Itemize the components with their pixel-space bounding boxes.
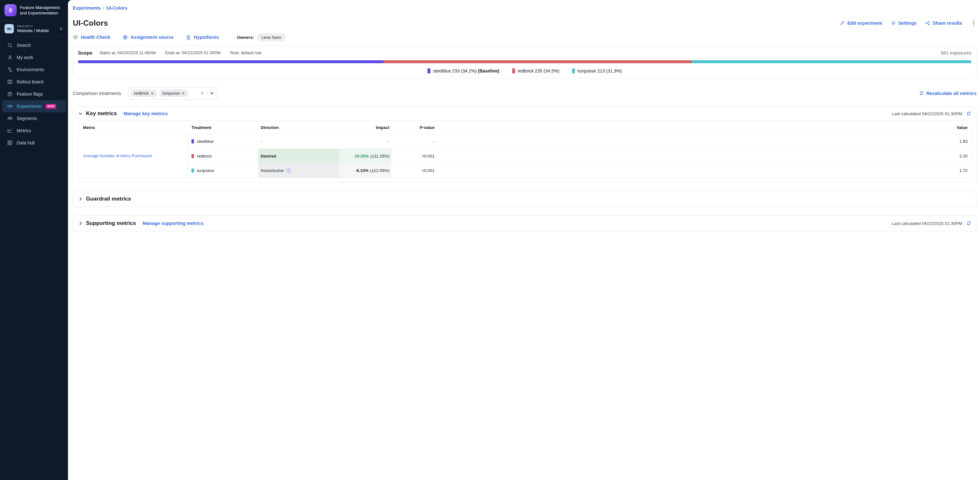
p-value-cell: <0.001 [391,163,438,177]
value-cell: 1.83 [438,134,490,148]
treatment-cell: steelblue [188,134,258,148]
assignment-source-link[interactable]: Assignment source [123,35,174,40]
table-header: MetricTreatmentDirectionImpactP-valueVal… [78,121,490,134]
key-metrics-section: Key metrics Manage key metrics Last calc… [73,106,490,183]
sidebar-item-rollout-board[interactable]: Rollout board [2,76,66,88]
experiments-icon [7,103,13,109]
sidebar-item-data-hub[interactable]: Data hub [2,137,66,149]
metric-link[interactable]: Average Number of Items Purchased [83,153,152,158]
project-meta: PROJECT Website / Mobile [17,25,56,33]
sidebar-item-label: Segments [17,116,37,121]
health-check-link[interactable]: Health Check [73,35,110,40]
breadcrumb-experiments[interactable]: Experiments [73,5,101,11]
comparison-treatments-select[interactable]: redbrickturquoise [128,87,218,99]
key-metrics-table: MetricTreatmentDirectionImpactP-valueVal… [78,121,490,178]
clear-selection-icon[interactable] [200,91,205,96]
chevron-down-icon[interactable] [78,111,83,116]
impact-cell: - [339,134,391,148]
impact-confidence-interval: (±11.25%) [371,154,389,158]
app-name: Feature Management and Experimentation [20,5,64,16]
sidebar-item-environments[interactable]: Environments [2,64,66,76]
owners: Owners: Lena Sano [237,34,286,40]
value-cell: 1.72 [438,163,490,177]
divider [207,90,207,97]
manage-supporting-metrics-link[interactable]: Manage supporting metrics [143,221,203,226]
help-icon[interactable]: ? [286,168,291,173]
new-badge: NEW [46,104,56,109]
meta-link-label: Health Check [81,35,110,40]
chevron-right-icon[interactable] [78,196,83,201]
split-logo-icon [7,6,14,14]
guardrail-metrics-section: Guardrail metrics [73,191,490,207]
guardrail-metrics-title: Guardrail metrics [86,196,131,202]
my-work-icon [7,54,13,60]
app-header: Feature Management and Experimentation [0,0,68,21]
search-icon [7,42,13,48]
sidebar-item-search[interactable]: Search [2,39,66,51]
sidebar-item-label: Data hub [17,140,35,145]
legend-label: steelblue 233 (34.2%) (Baseline) [433,69,490,73]
metric-cell: Average Number of Items Purchased [78,134,188,177]
metrics-icon [7,128,13,134]
column-header-value: Value [438,125,490,130]
sidebar-item-feature-flags[interactable]: Feature flags [2,88,66,100]
impact-value: - [388,139,389,144]
chevron-right-icon[interactable] [78,221,83,226]
scope-rule: Rule: default rule [230,50,261,55]
chevron-down-icon[interactable] [209,91,214,96]
manage-key-metrics-link[interactable]: Manage key metrics [124,111,168,116]
column-header-metric: Metric [78,125,188,130]
breadcrumb-separator: / [103,5,104,11]
sidebar-item-experiments[interactable]: ExperimentsNEW [2,100,66,112]
scope-card: Scope Starts at: 04/20/2025 11:45AM Ends… [73,46,490,78]
main-content: Experiments/UI-Colors UI-Colors Edit exp… [68,0,490,240]
column-header-impact: Impact [339,125,391,130]
scope-title: Scope [78,50,92,56]
supporting-metrics-title: Supporting metrics [86,220,136,226]
treatment-row-turquoise: turquoiseInconclusive?-6.10%(±12.05%)<0.… [188,163,490,177]
sidebar-item-metrics[interactable]: Metrics [2,124,66,137]
direction-cell: Inconclusive? [258,163,339,177]
table-rows: steelblue---1.83redbrickDesired20.25%(±1… [188,134,490,177]
impact-confidence-interval: (±12.05%) [370,168,389,173]
chevron-right-icon [59,26,64,31]
sidebar-item-label: Feature flags [17,91,43,97]
direction-label: - [261,139,262,144]
sidebar-item-label: My work [17,55,33,60]
column-header-treatment: Treatment [188,125,258,130]
treatment-chip-redbrick[interactable]: redbrick [131,89,157,97]
sidebar-item-segments[interactable]: Segments [2,112,66,124]
treatment-chip-turquoise[interactable]: turquoise [159,89,188,97]
breadcrumb-current[interactable]: UI-Colors [107,5,127,11]
sidebar: Feature Management and Experimentation W… [0,0,68,240]
treatment-name: steelblue [197,139,213,144]
column-header-p-value: P-value [391,125,438,130]
comparison-label: Comparison treatments [73,91,121,96]
owner-pill: Lena Sano [257,33,286,41]
sidebar-item-label: Search [17,43,31,48]
distribution-bar [78,60,490,63]
bar-segment-redbrick [383,60,490,63]
column-header-direction: Direction [258,125,339,130]
chips: redbrickturquoise [131,89,188,97]
sidebar-nav: SearchMy workEnvironmentsRollout boardFe… [0,37,68,151]
data-hub-icon [7,140,13,146]
sidebar-item-my-work[interactable]: My work [2,51,66,64]
treatment-name: turquoise [197,168,214,173]
project-switcher[interactable]: W/ PROJECT Website / Mobile [0,21,68,36]
legend-swatch [428,69,430,73]
direction-cell: - [258,134,339,148]
sidebar-item-label: Environments [17,67,44,72]
remove-chip-icon[interactable] [181,92,185,95]
owners-label: Owners: [237,35,254,40]
hypothesis-link[interactable]: Hypothesis [186,35,219,40]
remove-chip-icon[interactable] [151,92,154,95]
document-icon [186,35,191,40]
project-badge: W/ [5,24,14,33]
treatment-swatch [191,154,194,158]
meta-links: Health CheckAssignment sourceHypothesis [73,35,219,40]
sidebar-item-label: Metrics [17,128,31,133]
project-label: PROJECT [17,25,56,28]
chip-label: redbrick [134,91,149,96]
impact-cell: -6.10%(±12.05%) [339,163,391,177]
